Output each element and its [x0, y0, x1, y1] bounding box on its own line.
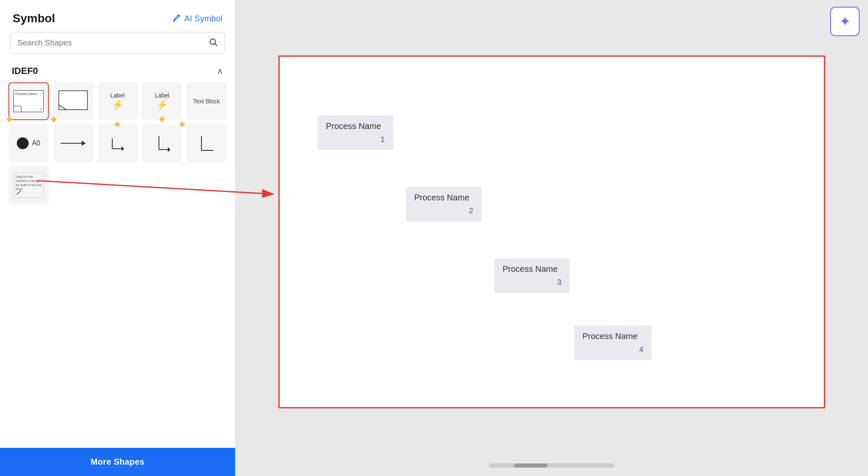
svg-line-4: [215, 44, 217, 46]
label-shape-item-2[interactable]: Label ⚡: [142, 82, 182, 120]
arrow-box-preview: [58, 90, 88, 113]
l-arrow-down-right-svg: [151, 132, 174, 155]
label-shape-item-1[interactable]: Label ⚡: [98, 82, 138, 120]
ai-corner-button[interactable]: ✦: [830, 7, 860, 36]
canvas-wrapper: Process Name 1 Process Name 2 Process Na…: [236, 21, 868, 455]
process-box-2[interactable]: Process Name 2: [406, 187, 482, 221]
circle-a0-preview: A0: [17, 137, 40, 149]
process-mini-name: Process Name: [14, 91, 43, 96]
svg-point-2: [177, 15, 178, 16]
h-arrow-item[interactable]: [53, 124, 93, 162]
l-bracket-svg: [195, 132, 218, 155]
sidebar-header: Symbol AI Symbol: [0, 0, 235, 32]
process-box-1-name: Process Name: [326, 121, 385, 131]
svg-point-1: [174, 21, 175, 22]
more-shapes-button[interactable]: More Shapes: [0, 448, 235, 476]
collapse-button[interactable]: ∧: [217, 66, 223, 76]
ai-wand-icon: [172, 14, 182, 23]
black-circle: [17, 137, 29, 149]
l-arrow-down-item[interactable]: [98, 124, 138, 162]
section-title: IDEF0: [12, 66, 38, 76]
sidebar-title: Symbol: [13, 12, 55, 25]
handle-tc: [114, 121, 120, 127]
sidebar: Symbol AI Symbol IDEF0 ∧: [0, 0, 236, 476]
lightning-icon-2: ⚡: [156, 100, 168, 110]
label-preview-1: Label ⚡: [110, 92, 124, 110]
shapes-grid-row1: Process Name 1 Label ⚡: [0, 82, 235, 120]
text-block-preview: Text Block: [193, 98, 220, 105]
drag-icon: [16, 189, 24, 196]
search-bar[interactable]: [10, 32, 225, 54]
label-preview-2: Label ⚡: [155, 92, 169, 110]
svg-marker-9: [122, 146, 124, 151]
process-mini-num: 1: [40, 107, 42, 111]
process-box-1-num: 1: [326, 135, 385, 144]
svg-point-0: [179, 16, 180, 16]
process-name-shape-item[interactable]: Process Name 1: [8, 82, 49, 120]
process-box-2-num: 2: [414, 207, 473, 216]
ai-symbol-button[interactable]: AI Symbol: [172, 14, 222, 24]
main-area: ✦ Process Name 1 Process Name 2 Process …: [236, 0, 868, 476]
canvas[interactable]: Process Name 1 Process Name 2 Process Na…: [278, 55, 825, 408]
process-shape-preview: Process Name 1: [13, 90, 44, 112]
handle-tr: [179, 121, 185, 127]
process-box-4-name: Process Name: [582, 331, 643, 341]
circle-a0-item[interactable]: A0: [8, 124, 49, 162]
h-arrow-head: [82, 141, 86, 146]
l-arrow-down-right-item[interactable]: [142, 124, 182, 162]
corner-line: [14, 106, 21, 112]
bottom-bar: [236, 455, 868, 476]
svg-marker-12: [168, 147, 170, 152]
process-box-3[interactable]: Process Name 3: [494, 258, 570, 293]
search-input[interactable]: [17, 38, 209, 47]
drag-text-preview: Drag the side handles to change the widt…: [13, 173, 44, 198]
drag-text-shape-item[interactable]: Drag the side handles to change the widt…: [8, 166, 49, 204]
process-box-3-num: 3: [503, 278, 561, 287]
text-block-shape-item[interactable]: Text Block: [186, 82, 227, 120]
svg-line-15: [17, 190, 21, 195]
shapes-grid-row2: A0: [0, 120, 235, 162]
ai-sparkle-icon: ✦: [839, 13, 851, 29]
arrow-box-svg: [58, 90, 88, 113]
process-box-2-name: Process Name: [414, 193, 473, 202]
shapes-grid-row3: Drag the side handles to change the widt…: [0, 162, 235, 204]
a0-text: A0: [32, 139, 40, 147]
l-arrow-down-svg: [106, 132, 129, 155]
canvas-top-bar: [236, 0, 868, 21]
arrow-box-shape-item[interactable]: [53, 82, 93, 120]
ai-symbol-label: AI Symbol: [184, 14, 222, 24]
svg-point-3: [210, 39, 216, 45]
label-text-1: Label: [110, 92, 124, 99]
process-box-3-name: Process Name: [503, 264, 561, 274]
label-text-2: Label: [155, 92, 169, 99]
l-bracket-item[interactable]: [186, 124, 227, 162]
h-arrow-line: [61, 143, 82, 144]
text-block-label: Text Block: [193, 98, 220, 105]
process-box-4-num: 4: [582, 345, 643, 354]
section-header: IDEF0 ∧: [0, 62, 235, 82]
scroll-thumb[interactable]: [514, 463, 548, 468]
search-icon: [209, 37, 218, 48]
svg-rect-5: [59, 91, 87, 110]
lightning-icon-1: ⚡: [112, 100, 123, 110]
scroll-track: [489, 463, 615, 468]
h-arrow-preview: [61, 141, 86, 146]
more-shapes-label: More Shapes: [91, 457, 145, 466]
process-box-4[interactable]: Process Name 4: [574, 326, 652, 360]
process-box-1[interactable]: Process Name 1: [318, 116, 393, 150]
